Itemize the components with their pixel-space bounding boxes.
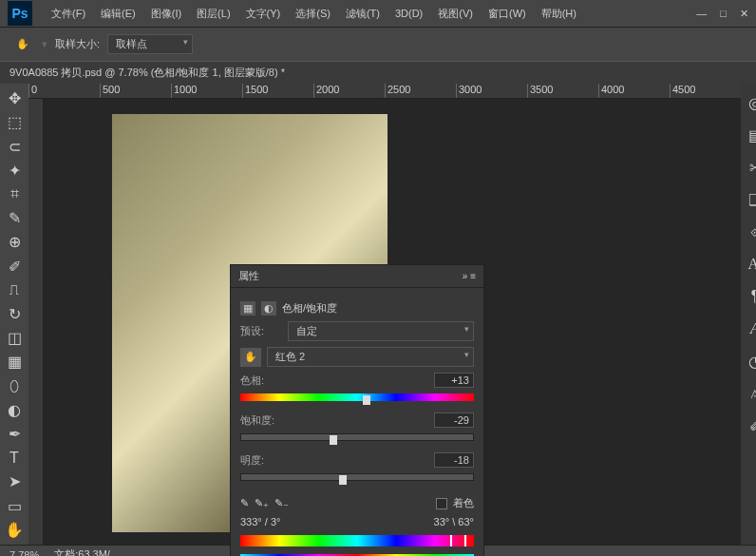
shape-tool[interactable]: ▭ <box>0 494 28 516</box>
colorize-checkbox[interactable] <box>436 498 447 509</box>
panel-menu-icon[interactable]: » ≡ <box>463 271 476 281</box>
properties-title: 属性 <box>238 269 259 283</box>
panel-icon-11[interactable]: ✐ <box>741 414 756 437</box>
doc-info: 文档:63.3M/... <box>54 547 119 556</box>
history-brush-tool[interactable]: ↻ <box>0 303 28 325</box>
menubar: Ps 文件(F) 编辑(E) 图像(I) 图层(L) 文字(Y) 选择(S) 滤… <box>0 0 756 27</box>
target-adjustment-icon[interactable]: ✋ <box>240 348 261 367</box>
blur-tool[interactable]: ⬯ <box>0 374 28 396</box>
menu-type[interactable]: 文字(Y) <box>238 7 289 21</box>
panel-icon-1[interactable]: ◎ <box>741 91 756 114</box>
menu-3d[interactable]: 3D(D) <box>387 8 430 19</box>
menu-select[interactable]: 选择(S) <box>288 7 338 21</box>
panel-icon-4[interactable]: ❏ <box>741 188 756 211</box>
eyedropper-sub-icon[interactable]: ✎₋ <box>274 497 289 509</box>
colorize-label: 着色 <box>453 496 474 510</box>
current-tool-icon[interactable]: ✋ <box>11 33 34 56</box>
range-left: 333° / 3° <box>240 516 280 527</box>
sample-size-dropdown[interactable]: 取样点 <box>107 34 193 54</box>
panel-icon-6[interactable]: A| <box>741 253 756 276</box>
preset-label: 预设: <box>240 324 282 338</box>
saturation-slider[interactable] <box>240 433 474 447</box>
panel-icon-10[interactable]: ⟑ <box>741 382 756 405</box>
menu-layer[interactable]: 图层(L) <box>189 7 237 21</box>
brush-tool[interactable]: ✐ <box>0 255 28 277</box>
close-icon[interactable]: ✕ <box>740 8 748 20</box>
properties-panel: 属性 » ≡ ▦ ◐ 色相/饱和度 预设: 自定 ✋ 红色 2 色相 <box>230 264 484 556</box>
tools-panel: ✥ ⬚ ⊂ ✦ ⌗ ✎ ⊕ ✐ ⎍ ↻ ◫ ▦ ⬯ ◐ ✒ T ➤ ▭ ✋ <box>0 84 28 545</box>
adjustment-type: 色相/饱和度 <box>282 301 337 316</box>
minimize-icon[interactable]: — <box>696 8 707 20</box>
canvas-area[interactable]: 050010001500200025003000350040004500 属性 … <box>28 84 741 545</box>
lasso-tool[interactable]: ⊂ <box>0 135 28 157</box>
ruler-vertical <box>28 99 44 545</box>
hue-slider[interactable] <box>240 393 474 407</box>
saturation-label: 饱和度: <box>240 413 282 428</box>
pen-tool[interactable]: ✒ <box>0 423 28 445</box>
menu-window[interactable]: 窗口(W) <box>481 7 534 21</box>
collapsed-panels-strip: ◎ ▤ ✂ ❏ ⟐ A| ¶ A ◔ ⟑ ✐ <box>741 84 756 545</box>
menu-file[interactable]: 文件(F) <box>44 7 93 21</box>
path-tool[interactable]: ➤ <box>0 470 28 492</box>
panel-icon-8[interactable]: A <box>741 317 756 340</box>
adjustment-icon: ▦ <box>240 301 255 316</box>
dodge-tool[interactable]: ◐ <box>0 399 28 421</box>
eyedropper-add-icon[interactable]: ✎₊ <box>255 497 269 509</box>
gradient-tool[interactable]: ▦ <box>0 351 28 373</box>
zoom-level[interactable]: 7.78% <box>9 549 39 557</box>
maximize-icon[interactable]: □ <box>720 8 727 20</box>
heal-tool[interactable]: ⊕ <box>0 231 28 253</box>
menu-edit[interactable]: 编辑(E) <box>93 7 143 21</box>
marquee-tool[interactable]: ⬚ <box>0 111 28 133</box>
panel-icon-7[interactable]: ¶ <box>741 285 756 308</box>
hue-value[interactable]: +13 <box>434 373 474 388</box>
hue-label: 色相: <box>240 374 282 388</box>
sample-size-label: 取样大小: <box>55 37 100 51</box>
eyedropper-1-icon[interactable]: ✎ <box>240 497 249 509</box>
eraser-tool[interactable]: ◫ <box>0 327 28 349</box>
menu-help[interactable]: 帮助(H) <box>534 7 584 21</box>
panel-icon-5[interactable]: ⟐ <box>741 220 756 243</box>
mask-icon: ◐ <box>261 301 276 316</box>
panel-icon-3[interactable]: ✂ <box>741 156 756 179</box>
wand-tool[interactable]: ✦ <box>0 160 28 182</box>
move-tool[interactable]: ✥ <box>0 87 28 109</box>
range-right: 33° \ 63° <box>434 516 474 527</box>
panel-icon-2[interactable]: ▤ <box>741 124 756 146</box>
hand-tool[interactable]: ✋ <box>0 519 28 541</box>
eyedropper-tool[interactable]: ✎ <box>0 207 28 229</box>
saturation-value[interactable]: -29 <box>434 412 474 428</box>
crop-tool[interactable]: ⌗ <box>0 183 28 205</box>
menu-filter[interactable]: 滤镜(T) <box>338 7 387 21</box>
lightness-slider[interactable] <box>240 473 474 487</box>
preset-dropdown[interactable]: 自定 <box>288 321 474 341</box>
ruler-horizontal: 050010001500200025003000350040004500 <box>28 84 741 99</box>
lightness-value[interactable]: -18 <box>434 452 474 468</box>
menu-view[interactable]: 视图(V) <box>430 7 481 21</box>
panel-icon-9[interactable]: ◔ <box>741 350 756 373</box>
lightness-label: 明度: <box>240 453 282 468</box>
options-bar: ✋ ▾ 取样大小: 取样点 <box>0 27 756 61</box>
document-tab[interactable]: 9V0A0885 拷贝.psd @ 7.78% (色相/饱和度 1, 图层蒙版/… <box>0 61 756 84</box>
type-tool[interactable]: T <box>0 447 28 469</box>
stamp-tool[interactable]: ⎍ <box>0 279 28 301</box>
channel-dropdown[interactable]: 红色 2 <box>267 347 474 367</box>
menu-image[interactable]: 图像(I) <box>143 7 189 21</box>
input-color-strip[interactable] <box>240 535 474 546</box>
app-logo: Ps <box>8 1 32 26</box>
